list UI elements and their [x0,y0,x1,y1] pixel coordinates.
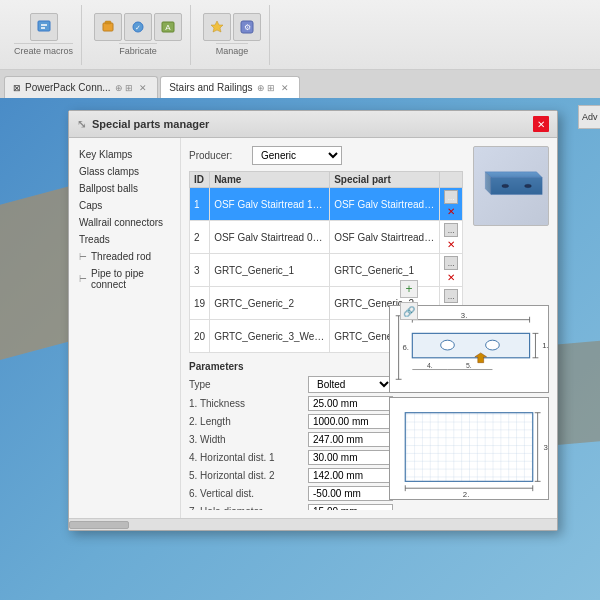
diagram-bottom: 3. 2. [389,397,549,500]
sidebar-pipe-connect-label: Pipe to pipe connect [91,268,170,290]
sidebar-item-key-klamps[interactable]: Key Klamps [69,146,180,163]
table-cell-id: 2 [190,221,210,254]
select-part-button[interactable]: ... [444,289,458,303]
col-header-actions [440,172,463,188]
svg-text:A: A [165,23,171,32]
dialog-scrollbar[interactable] [69,518,557,530]
toolbar-group-fabricate: ✓ A Fabricate [86,5,191,65]
param-type-label: Type [189,379,304,390]
param-label-2: 2. Length [189,416,304,427]
table-cell-actions: ...✕ [440,188,463,221]
adv-button[interactable]: Adv [578,105,600,129]
select-part-button[interactable]: ... [444,223,458,237]
param-input-4[interactable] [308,450,393,465]
param-input-2[interactable] [308,414,393,429]
dialog-sidebar: Key Klamps Glass clamps Ballpost balls C… [69,138,181,518]
svg-text:2.: 2. [463,490,470,499]
table-row[interactable]: 1OSF Galv Stairtread 1WidthOSF Galv Stai… [190,188,463,221]
toolbar: Create macros ✓ A Fabricate ⚙ Manage [0,0,600,70]
tab-powerpack-icons: ⊕ ⊞ [115,83,134,93]
col-header-name: Name [210,172,330,188]
manage-icon-2[interactable]: ⚙ [233,13,261,41]
sidebar-item-pipe-connect[interactable]: ⊢ Pipe to pipe connect [69,265,180,293]
toolbar-section-manage-label: Manage [216,43,249,56]
select-part-button[interactable]: ... [444,256,458,270]
3d-preview-svg [474,147,548,225]
select-part-button[interactable]: ... [444,190,458,204]
scrollbar-thumb[interactable] [69,521,129,529]
sidebar-item-wallrail-connectors[interactable]: Wallrail connectors [69,214,180,231]
svg-text:6.: 6. [403,343,410,352]
dialog-close-button[interactable]: ✕ [533,116,549,132]
delete-part-button[interactable]: ✕ [444,270,458,284]
tab-powerpack-close[interactable]: ✕ [137,82,149,94]
table-cell-special: OSF Galv Stairtread 0.8Wid... [330,221,440,254]
table-cell-id: 20 [190,320,210,353]
add-button[interactable]: + [400,280,418,298]
sidebar-wallrail-connectors-label: Wallrail connectors [79,217,163,228]
tab-stairs-label: Stairs and Railings [169,82,252,93]
table-cell-special: OSF Galv Stairtread 1Width... [330,188,440,221]
3d-preview [473,146,549,226]
param-row-7: 7. Hole diameter [189,504,549,510]
fabricate-icon-1[interactable] [94,13,122,41]
sidebar-item-ballpost-balls[interactable]: Ballpost balls [69,180,180,197]
producer-label: Producer: [189,150,244,161]
param-input-3[interactable] [308,432,393,447]
param-label-4: 4. Horizontal dist. 1 [189,452,304,463]
param-label-1: 1. Thickness [189,398,304,409]
dialog-title-text: Special parts manager [92,118,209,130]
sidebar-ballpost-balls-label: Ballpost balls [79,183,138,194]
special-parts-dialog: ⤡ Special parts manager ✕ Key Klamps Gla… [68,110,558,531]
type-select[interactable]: Bolted [308,376,393,393]
delete-part-button[interactable]: ✕ [444,237,458,251]
table-cell-actions: ...✕ [440,254,463,287]
tab-powerpack-label: PowerPack Conn... [25,82,111,93]
param-label-5: 5. Horizontal dist. 2 [189,470,304,481]
table-cell-name: GRTC_Generic_2 [210,287,330,320]
producer-row: Producer: Generic [189,146,463,165]
fabricate-icon-3[interactable]: A [154,13,182,41]
svg-text:✓: ✓ [135,24,141,31]
tab-bar: ⊠ PowerPack Conn... ⊕ ⊞ ✕ Stairs and Rai… [0,70,600,98]
param-input-7[interactable] [308,504,393,510]
sidebar-threaded-rod-label: Threaded rod [91,251,151,262]
sidebar-item-threaded-rod[interactable]: ⊢ Threaded rod [69,248,180,265]
table-row[interactable]: 3GRTC_Generic_1GRTC_Generic_1...✕ [190,254,463,287]
svg-point-15 [525,184,532,187]
param-label-3: 3. Width [189,434,304,445]
table-cell-id: 19 [190,287,210,320]
dialog-title-area: ⤡ Special parts manager [77,118,209,131]
col-header-special: Special part [330,172,440,188]
sidebar-treads-label: Treads [79,234,110,245]
right-action-buttons: + 🔗 [400,280,418,320]
delete-part-button[interactable]: ✕ [444,204,458,218]
param-input-6[interactable] [308,486,393,501]
create-macros-icon[interactable] [30,13,58,41]
producer-select[interactable]: Generic [252,146,342,165]
manage-icon-1[interactable] [203,13,231,41]
tab-powerpack[interactable]: ⊠ PowerPack Conn... ⊕ ⊞ ✕ [4,76,158,98]
svg-text:3.: 3. [461,311,468,320]
table-cell-name: OSF Galv Stairtread 0.8Width [210,221,330,254]
sidebar-item-treads[interactable]: Treads [69,231,180,248]
table-cell-name: GRTC_Generic_1 [210,254,330,287]
svg-rect-36 [405,413,532,482]
tab-stairs-close[interactable]: ✕ [279,82,291,94]
svg-rect-4 [105,21,111,24]
tab-stairs[interactable]: Stairs and Railings ⊕ ⊞ ✕ [160,76,300,98]
svg-text:1.: 1. [542,341,548,350]
link-button[interactable]: 🔗 [400,302,418,320]
param-input-1[interactable] [308,396,393,411]
toolbar-section-fabricate-label: Fabricate [119,43,157,56]
svg-point-22 [486,340,500,350]
sidebar-item-caps[interactable]: Caps [69,197,180,214]
param-input-5[interactable] [308,468,393,483]
tab-powerpack-icon: ⊠ [13,83,21,93]
dialog-resize-icon: ⤡ [77,118,86,131]
table-row[interactable]: 2OSF Galv Stairtread 0.8WidthOSF Galv St… [190,221,463,254]
fabricate-icon-2[interactable]: ✓ [124,13,152,41]
svg-text:⚙: ⚙ [244,23,251,32]
toolbar-section-create-label: Create macros [14,43,73,56]
sidebar-item-glass-clamps[interactable]: Glass clamps [69,163,180,180]
